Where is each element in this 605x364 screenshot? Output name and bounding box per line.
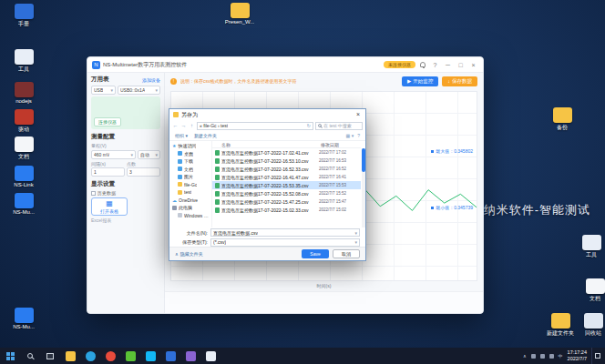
hide-folders-link[interactable]: ∧ 隐藏文件夹 [175,251,203,257]
desktop-icon[interactable]: NS-Mu... [3,193,45,215]
taskbar-app[interactable] [200,348,220,364]
desktop-icon[interactable]: NS-Mu... [3,308,45,329]
open-table-button[interactable]: ▦ 打开表格 [91,197,128,216]
battery-icon[interactable] [549,354,554,359]
points-input[interactable]: 3 [127,167,160,177]
start-button[interactable] [0,348,20,364]
bus-type-select[interactable]: USB ▾ [91,86,116,95]
view-options-icon[interactable]: ▦ ▾ [346,133,354,138]
chevron-down-icon: ▾ [155,152,158,157]
nav-item-test[interactable]: test [169,188,211,197]
tray-expand-icon[interactable]: ∧ [523,353,527,359]
back-icon[interactable]: ← [172,123,179,128]
file-row[interactable]: 直流电压监控数据17-07-2022-17.02.41.csv 2022/7/7… [212,148,361,157]
file-list-header: 名称 修改日期 [212,141,361,148]
nav-item-file-gc[interactable]: file-Gc [169,181,211,189]
taskbar-clock[interactable]: 17:17:24 2022/7/7 [568,349,587,363]
file-row[interactable]: 直流电压监控数据17-07-2022-15.02.33.csv 2022/7/7… [212,206,361,214]
nav-item-onedrive[interactable]: ☁ OneDrive [169,197,211,205]
nav-item-downloads[interactable]: 下载 [169,157,211,166]
search-placeholder: 在 test 中搜索 [323,123,352,128]
history-checkbox[interactable]: 历史数据 [91,190,160,196]
interval-input[interactable]: 1 [91,167,125,177]
start-monitor-button[interactable]: ▶ 开始监控 [402,76,438,86]
nav-item-quick-access[interactable]: ★ 快速访问 [169,142,211,150]
new-folder-button[interactable]: 新建文件夹 [194,133,217,138]
up-icon[interactable]: ↑ [189,123,195,128]
file-row[interactable]: 直流电压监控数据17-07-2022-15.52.08.csv 2022/7/7… [212,189,361,197]
file-row-selected[interactable]: 直流电压监控数据17-07-2022-15.53.35.csv 2022/7/7… [212,181,361,189]
desktop-icon-label: 文档 [18,153,29,161]
nav-item-this-pc[interactable]: 此电脑 [169,204,211,212]
taskbar-search-button[interactable] [20,348,40,364]
add-device-link[interactable]: 添加设备 [142,77,160,83]
cloud-icon: ☁ [172,197,177,203]
desktop-icon[interactable]: 备份 [541,107,583,132]
file-row[interactable]: 直流电压监控数据17-07-2022-16.41.47.csv 2022/7/7… [212,173,361,181]
range-select[interactable]: 460 mV ▾ [91,150,136,159]
visa-address-select[interactable]: USB0::0x1A ▾ [118,86,160,95]
desktop-icon[interactable]: 工具 [3,49,45,74]
minimize-icon[interactable]: ─ [443,58,453,72]
help-icon[interactable]: ? [357,133,360,138]
connection-panel: 连接仪器 [91,96,160,129]
taskbar-chrome[interactable] [100,348,120,364]
desktop-icon[interactable]: 工具 [570,235,605,259]
folder-icon [551,313,570,329]
search-input[interactable]: 在 test 中搜索 [315,122,363,130]
save-data-button[interactable]: ↓ 保存数据 [442,76,477,86]
address-bar[interactable]: « file-Gc › test ↻ [197,122,313,130]
refresh-icon[interactable]: ↻ [307,123,311,128]
taskbar-qq[interactable] [140,348,160,364]
help-icon[interactable]: ? [430,58,440,72]
volume-icon[interactable] [531,354,536,359]
connect-button[interactable]: 连接仪器 [94,117,121,126]
filetype-select[interactable]: (*.csv) ▾ [210,238,360,247]
desktop-icon[interactable]: 文档 [574,278,605,303]
taskbar-vscode[interactable] [160,348,180,364]
close-icon[interactable]: × [468,58,478,72]
nav-item-pictures[interactable]: 图片 [169,173,211,181]
csv-file-icon [215,199,220,205]
filename-input[interactable]: 直流电压监控数据.csv ▾ [210,228,360,237]
desktop-icon[interactable]: 文档 [3,136,45,161]
file-row[interactable]: 直流电压监控数据17-07-2022-16.52.33.csv 2022/7/7… [212,165,361,173]
desktop-icon[interactable]: Presen_W... [219,3,261,25]
desktop-icon[interactable]: NS-Link [3,166,45,187]
star-icon: ★ [172,143,176,148]
network-icon[interactable] [540,354,545,359]
nav-item-c-drive[interactable]: Windows (C:) [169,212,211,220]
nav-item-documents[interactable]: 文档 [169,166,211,174]
app-logo-icon: N [92,61,100,69]
organize-menu[interactable]: 组织 ▾ [175,133,188,138]
desktop-icon[interactable]: 回收站 [572,313,605,338]
forward-icon[interactable]: → [180,123,187,128]
desktop-icon-label: 文档 [590,295,600,303]
save-button[interactable]: Save [302,249,329,258]
taskbar-app[interactable] [180,348,200,364]
task-view-button[interactable] [40,348,60,364]
bell-icon[interactable] [420,62,426,67]
taskbar-file-explorer[interactable] [60,348,80,364]
cancel-button[interactable]: 取消 [333,249,360,258]
scrollbar-thumb[interactable] [362,148,365,172]
scrollbar[interactable] [362,148,365,228]
taskbar-edge[interactable] [80,348,100,364]
close-icon[interactable]: × [351,109,365,120]
maximize-icon[interactable]: □ [456,58,466,72]
file-row[interactable]: 直流电压监控数据17-07-2022-16.53.10.csv 2022/7/7… [212,157,361,165]
action-center-button[interactable] [591,348,602,364]
language-indicator[interactable]: 中 [559,353,563,359]
taskbar-wechat[interactable] [120,348,140,364]
save-as-dialog: 另存为 × ← → ↑ « file-Gc › test ↻ 在 test 中搜… [169,108,366,261]
desktop-icon[interactable]: nodejs [3,82,45,104]
column-date[interactable]: 修改日期 [321,142,361,147]
interval-label: 间隔(s) [91,161,125,167]
column-name[interactable]: 名称 [221,142,321,147]
file-row[interactable]: 直流电压监控数据17-07-2022-15.47.25.csv 2022/7/7… [212,197,361,206]
nav-item-desktop[interactable]: 桌面 [169,150,211,158]
desktop-icon[interactable]: 驱动 [3,109,45,134]
desktop-icon[interactable]: 手册 [3,4,45,28]
mode-select[interactable]: 自动 ▾ [138,150,160,159]
app-icon [15,49,34,65]
